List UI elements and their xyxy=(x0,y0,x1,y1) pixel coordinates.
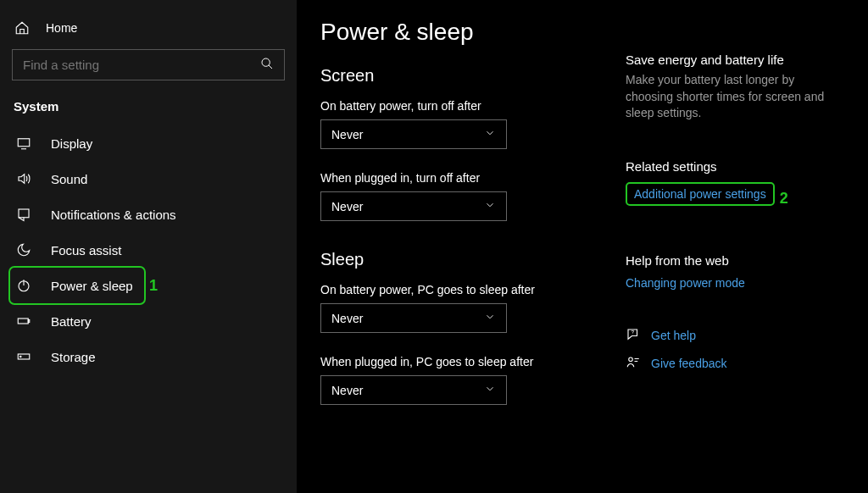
search-input[interactable] xyxy=(23,58,243,72)
annotation-2: 2 xyxy=(780,190,788,208)
screen-plugged-label: When plugged in, turn off after xyxy=(320,171,617,185)
link-label: Give feedback xyxy=(651,357,727,370)
content-column: Power & sleep Screen On battery power, t… xyxy=(320,19,617,493)
main-area: Power & sleep Screen On battery power, t… xyxy=(297,0,868,493)
select-value: Never xyxy=(331,200,363,213)
svg-rect-8 xyxy=(28,320,30,323)
sleep-plugged-select[interactable]: Never xyxy=(320,375,507,405)
select-value: Never xyxy=(331,312,363,325)
sidebar-item-battery[interactable]: Battery xyxy=(10,303,287,339)
svg-rect-4 xyxy=(19,209,29,218)
link-give-feedback[interactable]: Give feedback xyxy=(626,355,851,373)
sidebar-section-title: System xyxy=(10,99,287,125)
storage-icon xyxy=(15,349,32,364)
sidebar-item-label: Focus assist xyxy=(51,243,121,258)
link-label: Changing power mode xyxy=(626,276,745,290)
link-additional-power-settings[interactable]: Additional power settings xyxy=(626,182,775,206)
sidebar-item-sound[interactable]: Sound xyxy=(10,161,287,197)
notification-icon xyxy=(15,207,32,222)
svg-point-12 xyxy=(629,357,633,362)
search-box[interactable] xyxy=(12,49,285,80)
aside-column: Save energy and battery life Make your b… xyxy=(617,19,868,493)
sidebar-item-storage[interactable]: Storage xyxy=(10,339,287,374)
svg-point-10 xyxy=(20,356,22,357)
link-label: Additional power settings xyxy=(634,187,766,201)
sidebar-item-notifications[interactable]: Notifications & actions xyxy=(10,197,287,232)
save-energy-desc: Make your battery last longer by choosin… xyxy=(626,72,837,122)
section-screen-title: Screen xyxy=(320,66,617,86)
save-energy-title: Save energy and battery life xyxy=(626,53,851,67)
home-icon xyxy=(14,20,31,36)
svg-rect-7 xyxy=(18,319,28,324)
sidebar-item-label: Power & sleep xyxy=(51,279,133,293)
nav-home[interactable]: Home xyxy=(10,15,287,49)
moon-icon xyxy=(15,242,32,258)
svg-point-0 xyxy=(262,58,270,66)
page-title: Power & sleep xyxy=(320,19,617,46)
svg-line-1 xyxy=(269,65,272,69)
select-value: Never xyxy=(331,384,363,397)
related-settings-title: Related settings xyxy=(626,159,851,174)
sleep-battery-label: On battery power, PC goes to sleep after xyxy=(320,283,617,296)
sidebar-item-power-sleep[interactable]: Power & sleep xyxy=(10,268,144,303)
sidebar-item-label: Notifications & actions xyxy=(51,208,176,222)
annotation-1: 1 xyxy=(149,277,158,295)
sound-icon xyxy=(15,171,32,186)
help-from-web-title: Help from the web xyxy=(626,253,851,268)
help-icon: ? xyxy=(626,327,641,345)
search-icon xyxy=(260,57,274,73)
sleep-battery-select[interactable]: Never xyxy=(320,303,507,333)
power-icon xyxy=(15,278,32,293)
link-label: Get help xyxy=(651,329,696,342)
svg-rect-2 xyxy=(18,139,30,147)
screen-battery-select[interactable]: Never xyxy=(320,119,507,149)
sidebar-item-focus-assist[interactable]: Focus assist xyxy=(10,232,287,268)
sidebar-item-label: Sound xyxy=(51,172,87,186)
sidebar-item-label: Storage xyxy=(51,350,96,364)
section-sleep-title: Sleep xyxy=(320,250,617,269)
sleep-plugged-label: When plugged in, PC goes to sleep after xyxy=(320,355,617,368)
display-icon xyxy=(15,136,32,151)
svg-text:?: ? xyxy=(632,330,635,335)
sidebar-item-display[interactable]: Display xyxy=(10,125,287,161)
chevron-down-icon xyxy=(484,383,496,397)
nav-home-label: Home xyxy=(46,21,77,35)
sidebar-item-label: Battery xyxy=(51,314,92,329)
screen-plugged-select[interactable]: Never xyxy=(320,191,507,221)
feedback-icon xyxy=(626,355,641,373)
chevron-down-icon xyxy=(484,127,496,141)
chevron-down-icon xyxy=(484,311,496,325)
select-value: Never xyxy=(331,128,363,141)
battery-icon xyxy=(15,313,32,329)
link-get-help[interactable]: ? Get help xyxy=(626,327,851,345)
chevron-down-icon xyxy=(484,199,496,213)
link-changing-power-mode[interactable]: Changing power mode xyxy=(626,276,851,290)
screen-battery-label: On battery power, turn off after xyxy=(320,99,617,113)
sidebar-item-label: Display xyxy=(51,136,92,151)
sidebar: Home System Display Sound Notifica xyxy=(0,0,297,493)
